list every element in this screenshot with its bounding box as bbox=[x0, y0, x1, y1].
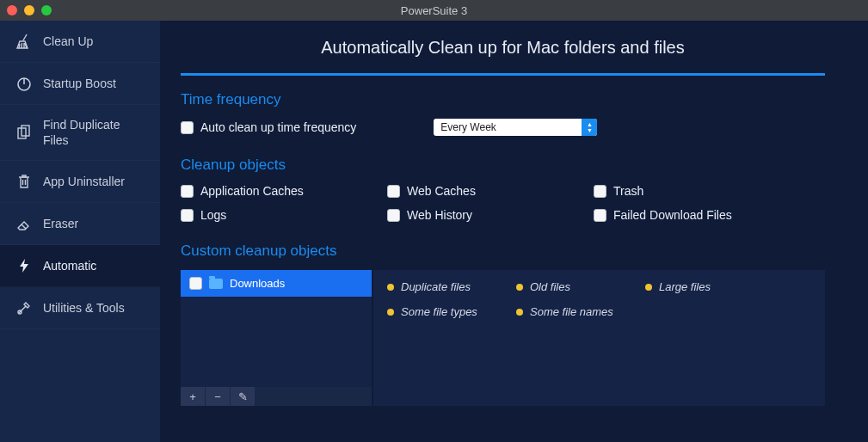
filter-label: Some file types bbox=[401, 305, 477, 318]
sidebar-item-label: Eraser bbox=[43, 216, 78, 231]
checkbox-label: Application Caches bbox=[200, 184, 304, 198]
checkbox[interactable] bbox=[181, 209, 194, 222]
page-title: Automatically Clean up for Mac folders a… bbox=[181, 38, 825, 58]
sidebar-item-label: Clean Up bbox=[43, 34, 93, 49]
filter-label: Duplicate files bbox=[401, 280, 471, 293]
checkbox[interactable] bbox=[594, 209, 606, 222]
cleanup-option-logs[interactable]: Logs bbox=[181, 208, 387, 222]
folder-toolbar: + − ✎ bbox=[181, 387, 372, 406]
sidebar-item-label: Utilities & Tools bbox=[43, 300, 125, 316]
sidebar-item-label: Automatic bbox=[43, 258, 96, 273]
sidebar: Clean Up Startup Boost Find Duplicate Fi… bbox=[0, 21, 160, 442]
cleanup-option-application-caches[interactable]: Application Caches bbox=[181, 184, 387, 198]
add-folder-button[interactable]: + bbox=[181, 387, 205, 406]
filter-large-files[interactable]: Large files bbox=[645, 280, 774, 293]
main-content: Automatically Clean up for Mac folders a… bbox=[160, 21, 868, 442]
filter-file-types[interactable]: Some file types bbox=[387, 305, 516, 318]
checkbox-label: Web Caches bbox=[407, 184, 476, 198]
dot-icon bbox=[387, 284, 394, 291]
title-divider bbox=[181, 73, 825, 76]
titlebar: PowerSuite 3 bbox=[0, 0, 868, 21]
auto-clean-frequency-option[interactable]: Auto clean up time frequency bbox=[181, 120, 356, 134]
section-time-frequency-heading: Time frequency bbox=[181, 91, 825, 108]
folder-icon bbox=[209, 279, 223, 289]
eraser-icon bbox=[15, 215, 33, 232]
custom-folder-list: Downloads + − ✎ bbox=[181, 270, 372, 406]
dot-icon bbox=[516, 309, 523, 316]
select-stepper-icon: ▲▼ bbox=[582, 119, 597, 136]
sidebar-item-label: Startup Boost bbox=[43, 76, 116, 91]
folder-name: Downloads bbox=[230, 277, 285, 290]
auto-clean-frequency-checkbox[interactable] bbox=[181, 121, 194, 134]
minimize-window-button[interactable] bbox=[24, 5, 34, 15]
folder-checkbox[interactable] bbox=[189, 277, 202, 290]
auto-clean-frequency-label: Auto clean up time frequency bbox=[200, 120, 356, 134]
sidebar-item-cleanup[interactable]: Clean Up bbox=[0, 21, 160, 63]
lightning-icon bbox=[15, 257, 33, 274]
filter-label: Old files bbox=[530, 280, 570, 293]
close-window-button[interactable] bbox=[7, 5, 17, 15]
checkbox[interactable] bbox=[387, 209, 400, 222]
checkbox[interactable] bbox=[387, 185, 400, 198]
sidebar-item-startup-boost[interactable]: Startup Boost bbox=[0, 63, 160, 105]
frequency-select-value: Every Week bbox=[434, 121, 582, 133]
custom-filters-panel: Duplicate files Old files Large files So… bbox=[373, 270, 825, 406]
cleanup-option-web-caches[interactable]: Web Caches bbox=[387, 184, 594, 198]
trash-icon bbox=[15, 173, 33, 190]
folder-item-downloads[interactable]: Downloads bbox=[181, 270, 372, 297]
remove-folder-button[interactable]: − bbox=[206, 387, 230, 406]
checkbox-label: Logs bbox=[200, 208, 226, 222]
edit-folder-button[interactable]: ✎ bbox=[231, 387, 255, 406]
filter-label: Large files bbox=[659, 280, 711, 293]
section-custom-cleanup-heading: Custom cleanup objects bbox=[181, 242, 825, 260]
filter-old-files[interactable]: Old files bbox=[516, 280, 645, 293]
window-controls bbox=[7, 5, 52, 15]
checkbox-label: Web History bbox=[407, 208, 472, 222]
frequency-select[interactable]: Every Week ▲▼ bbox=[434, 119, 597, 136]
cleanup-option-web-history[interactable]: Web History bbox=[387, 208, 594, 222]
sidebar-item-label: Find Duplicate Files bbox=[43, 117, 145, 148]
dot-icon bbox=[516, 284, 523, 291]
broom-icon bbox=[15, 33, 33, 50]
checkbox[interactable] bbox=[181, 185, 194, 198]
filter-label: Some file names bbox=[530, 305, 613, 318]
power-icon bbox=[15, 75, 33, 92]
checkbox-label: Failed Download Files bbox=[613, 208, 732, 222]
sidebar-item-eraser[interactable]: Eraser bbox=[0, 203, 160, 245]
dot-icon bbox=[387, 309, 394, 316]
checkbox-label: Trash bbox=[613, 184, 643, 198]
filter-duplicate-files[interactable]: Duplicate files bbox=[387, 280, 516, 293]
maximize-window-button[interactable] bbox=[41, 5, 52, 15]
sidebar-item-find-duplicates[interactable]: Find Duplicate Files bbox=[0, 105, 160, 161]
dot-icon bbox=[645, 284, 652, 291]
sidebar-item-automatic[interactable]: Automatic bbox=[0, 245, 160, 287]
cleanup-option-trash[interactable]: Trash bbox=[594, 184, 800, 198]
sidebar-item-utilities[interactable]: Utilities & Tools bbox=[0, 287, 160, 329]
checkbox[interactable] bbox=[594, 185, 606, 198]
section-cleanup-objects-heading: Cleanup objects bbox=[181, 157, 825, 174]
cleanup-option-failed-downloads[interactable]: Failed Download Files bbox=[594, 208, 800, 222]
duplicate-files-icon bbox=[15, 124, 33, 141]
tools-icon bbox=[15, 299, 33, 316]
window-title: PowerSuite 3 bbox=[401, 4, 467, 17]
sidebar-item-label: App Uninstaller bbox=[43, 174, 125, 189]
filter-file-names[interactable]: Some file names bbox=[516, 305, 645, 318]
sidebar-item-app-uninstaller[interactable]: App Uninstaller bbox=[0, 161, 160, 203]
